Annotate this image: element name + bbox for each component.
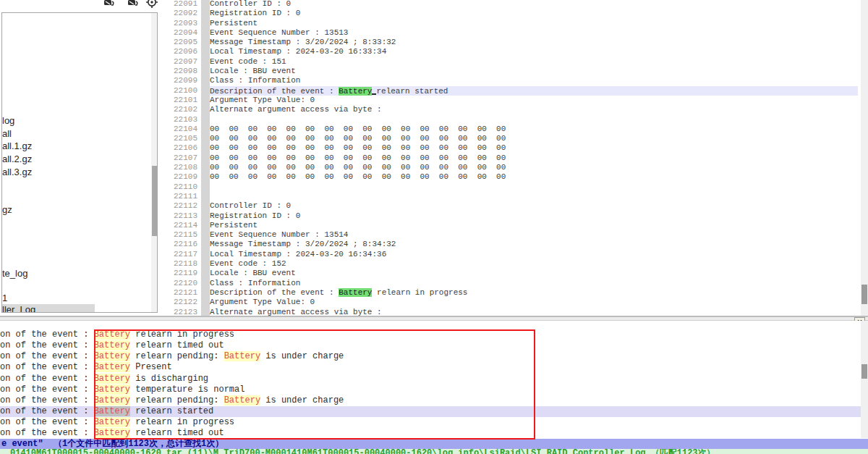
log-line: 00 00 00 00 00 00 00 00 00 00 00 00 00 0… bbox=[210, 154, 861, 163]
match-highlight: Battery bbox=[224, 395, 260, 405]
line-number: 22091 bbox=[163, 0, 197, 9]
panel-splitter[interactable] bbox=[0, 316, 868, 321]
line-number-gutter: 2209122092220932209422095220962209722098… bbox=[163, 0, 197, 316]
match-highlight: Battery bbox=[94, 406, 130, 416]
log-line bbox=[210, 192, 861, 201]
editor-scrollbar-thumb[interactable] bbox=[861, 285, 867, 304]
log-line: Description of the event : Batteryrelear… bbox=[210, 86, 858, 96]
line-number: 22114 bbox=[163, 221, 197, 230]
log-line: Controller ID : 0 bbox=[210, 0, 861, 9]
line-number: 22092 bbox=[163, 9, 197, 18]
search-result-row[interactable]: on of the event : Battery relearn timed … bbox=[0, 428, 861, 439]
file-tree-item[interactable]: all bbox=[2, 128, 12, 140]
file-tree-item[interactable]: all.2.gz bbox=[2, 154, 32, 165]
match-highlight: Battery bbox=[94, 340, 130, 350]
line-number: 22109 bbox=[163, 172, 197, 182]
match-highlight: Battery bbox=[94, 417, 130, 427]
search-result-row[interactable]: on of the event : Battery relearn pendin… bbox=[0, 395, 861, 406]
log-line: Event code : 151 bbox=[210, 57, 861, 67]
line-number: 22097 bbox=[163, 57, 197, 67]
file-tree-panel: logallall.1.gzall.2.gzall.3.gzgzte_log1l… bbox=[1, 12, 158, 313]
match-highlight: Battery bbox=[94, 351, 130, 361]
search-result-row[interactable]: on of the event : Battery relearn starte… bbox=[0, 406, 861, 417]
doc-switch-icon[interactable] bbox=[103, 0, 116, 9]
log-line bbox=[210, 182, 861, 192]
match-highlight: Battery bbox=[94, 374, 130, 384]
line-number: 22121 bbox=[163, 288, 197, 298]
file-tree-item[interactable]: all.1.gz bbox=[2, 140, 32, 152]
log-line: Message Timestamp : 3/20/2024 ; 8:33:32 bbox=[210, 38, 861, 47]
results-scrollbar-thumb[interactable] bbox=[861, 364, 867, 379]
line-number: 22119 bbox=[163, 269, 197, 278]
log-line bbox=[210, 115, 861, 125]
log-line: Locale : BBU event bbox=[210, 269, 861, 278]
match-highlight: Battery bbox=[94, 395, 130, 405]
log-line: Argument Type Value: 0 bbox=[210, 96, 861, 105]
bookmark-margin bbox=[201, 0, 210, 316]
highlighted-word: Battery bbox=[339, 288, 372, 297]
search-result-row[interactable]: on of the event : Battery relearn in pro… bbox=[0, 329, 861, 340]
line-number: 22112 bbox=[163, 201, 197, 211]
line-number: 22104 bbox=[163, 125, 197, 134]
log-line: Local Timestamp : 2024-03-20 16:33:34 bbox=[210, 47, 861, 56]
match-highlight: Battery bbox=[94, 362, 130, 372]
file-tree-item[interactable]: te_log bbox=[2, 268, 27, 279]
line-number: 22102 bbox=[163, 105, 197, 114]
file-tree-item[interactable]: all.3.gz bbox=[2, 167, 32, 178]
results-scrollbar[interactable] bbox=[861, 321, 868, 438]
log-line: Persistent bbox=[210, 19, 861, 28]
search-result-row[interactable]: on of the event : Battery Present bbox=[0, 362, 861, 373]
log-line: 00 00 00 00 00 00 00 00 00 00 00 00 00 0… bbox=[210, 125, 861, 134]
line-number: 22103 bbox=[163, 115, 197, 125]
log-line: Local Timestamp : 2024-03-20 16:34:36 bbox=[210, 250, 861, 259]
search-result-row[interactable]: on of the event : Battery relearn pendin… bbox=[0, 351, 861, 362]
line-number: 22120 bbox=[163, 279, 197, 288]
line-number: 22098 bbox=[163, 67, 197, 76]
highlighted-word: Battery bbox=[339, 87, 372, 96]
log-line: Registration ID : 0 bbox=[210, 211, 861, 221]
search-summary[interactable]: e event" （1个文件中匹配到1123次，总计查找1次） bbox=[0, 439, 868, 449]
line-number: 22099 bbox=[163, 76, 197, 85]
match-highlight: Battery bbox=[224, 351, 260, 361]
log-line: 00 00 00 00 00 00 00 00 00 00 00 00 00 0… bbox=[210, 172, 861, 182]
log-line: Event Sequence Number : 13514 bbox=[210, 230, 861, 240]
log-line: Class : Information bbox=[210, 76, 861, 85]
line-number: 22093 bbox=[163, 19, 197, 28]
search-result-row[interactable]: on of the event : Battery temperature is… bbox=[0, 384, 861, 395]
search-result-row[interactable]: on of the event : Battery is discharging bbox=[0, 374, 861, 384]
line-number: 22110 bbox=[163, 182, 197, 192]
editor-scrollbar[interactable] bbox=[861, 0, 868, 316]
line-number: 22118 bbox=[163, 259, 197, 269]
log-line: Event code : 152 bbox=[210, 259, 861, 269]
line-number: 22096 bbox=[163, 47, 197, 56]
search-result-row[interactable]: on of the event : Battery relearn in pro… bbox=[0, 417, 861, 428]
log-editor[interactable]: 2209122092220932209422095220962209722098… bbox=[163, 0, 861, 316]
sidebar-scrollbar-thumb[interactable] bbox=[152, 166, 157, 236]
file-tree-item[interactable]: log bbox=[2, 115, 14, 127]
search-file-path[interactable]: 01410M61T000015-00040000-1620.tar (11)\M… bbox=[0, 449, 868, 454]
file-tree-item[interactable]: 1 bbox=[2, 293, 7, 304]
search-results-panel: on of the event : Battery relearn in pro… bbox=[0, 321, 861, 439]
log-line: 00 00 00 00 00 00 00 00 00 00 00 00 00 0… bbox=[210, 163, 861, 172]
line-number: 22111 bbox=[163, 192, 197, 201]
line-number: 22108 bbox=[163, 163, 197, 172]
log-line: Controller ID : 0 bbox=[210, 201, 861, 211]
log-line: Locale : BBU event bbox=[210, 67, 861, 76]
line-number: 22106 bbox=[163, 143, 197, 153]
line-number: 22107 bbox=[163, 154, 197, 163]
log-line: Class : Information bbox=[210, 279, 861, 288]
log-line: Event Sequence Number : 13513 bbox=[210, 28, 861, 38]
log-line: Registration ID : 0 bbox=[210, 9, 861, 18]
log-line: Alternate argument access via byte : bbox=[210, 105, 861, 114]
line-number: 22100 bbox=[163, 86, 197, 96]
search-result-row[interactable]: on of the event : Battery relearn timed … bbox=[0, 340, 861, 351]
match-highlight: Battery bbox=[94, 329, 130, 340]
log-line: Persistent bbox=[210, 221, 861, 230]
locate-target-icon[interactable] bbox=[145, 0, 158, 9]
file-tree-item[interactable]: ller_Log bbox=[2, 304, 95, 313]
doc-switch-icon[interactable] bbox=[127, 0, 140, 9]
line-number: 22094 bbox=[163, 28, 197, 38]
sidebar-scrollbar[interactable] bbox=[151, 13, 158, 312]
file-tree-item[interactable]: gz bbox=[2, 204, 12, 216]
log-line: Description of the event : Battery relea… bbox=[210, 288, 861, 298]
